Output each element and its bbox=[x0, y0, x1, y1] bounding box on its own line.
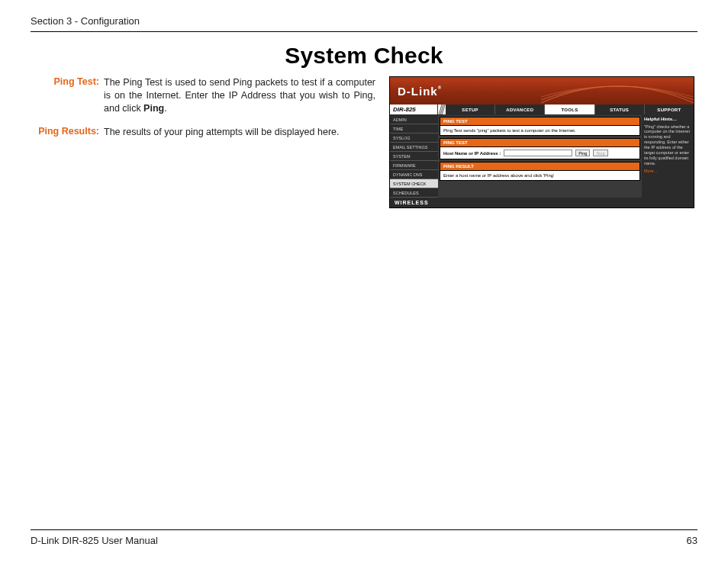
tab-status[interactable]: STATUS bbox=[595, 105, 645, 114]
svg-line-0 bbox=[439, 105, 442, 115]
panel-body-intro: Ping Test sends "ping" packets to test a… bbox=[440, 126, 640, 136]
ping-input-label: Host Name or IP Address : bbox=[443, 151, 501, 156]
def-term: Ping Test: bbox=[31, 76, 104, 115]
tab-advanced[interactable]: ADVANCED bbox=[495, 105, 545, 114]
model-nav-row: DIR-825 SETUP ADVANCED TOOLS STATUS SUPP… bbox=[390, 105, 694, 115]
router-screenshot: D-Link® DIR-825 SETUP ADVANCED TOOLS STA… bbox=[389, 76, 694, 208]
logo-letter: - bbox=[407, 85, 411, 98]
screenshot-body: ADMIN TIME SYSLOG EMAIL SETTINGS SYSTEM … bbox=[390, 115, 694, 198]
sidebar-item-email[interactable]: EMAIL SETTINGS bbox=[390, 143, 438, 152]
logo-letter: L bbox=[411, 85, 418, 98]
def-desc: The results of your ping attempts will b… bbox=[104, 126, 375, 139]
help-body: "Ping" checks whether a computer on the … bbox=[644, 124, 691, 166]
logo-letter: n bbox=[423, 85, 430, 98]
stripes-icon bbox=[438, 105, 446, 114]
sidebar-item-system[interactable]: SYSTEM bbox=[390, 152, 438, 161]
stop-button[interactable]: Stop bbox=[593, 150, 607, 156]
sidebar-item-systemcheck[interactable]: SYSTEM CHECK bbox=[390, 179, 438, 188]
tab-support[interactable]: SUPPORT bbox=[645, 105, 694, 114]
section-header: Section 3 - Configuration bbox=[31, 15, 697, 32]
svg-line-2 bbox=[442, 105, 445, 115]
dlink-logo: D-Link® bbox=[398, 85, 441, 98]
def-desc: The Ping Test is used to send Ping packe… bbox=[104, 76, 375, 115]
page-footer: D-Link DIR-825 User Manual 63 bbox=[31, 529, 697, 546]
panel-body-result: Enter a host name or IP address above an… bbox=[440, 171, 640, 181]
ping-button[interactable]: Ping bbox=[575, 150, 590, 156]
definition-ping-results: Ping Results: The results of your ping a… bbox=[31, 126, 375, 139]
def-text-post: . bbox=[164, 103, 166, 114]
banner: D-Link® bbox=[390, 77, 694, 105]
help-panel: Helpful Hints… "Ping" checks whether a c… bbox=[642, 115, 694, 198]
logo-letter: D bbox=[398, 85, 406, 98]
banner-curves-icon bbox=[541, 77, 694, 105]
sidebar-item-schedules[interactable]: SCHEDULES bbox=[390, 188, 438, 198]
ping-host-input[interactable] bbox=[504, 150, 572, 156]
panel-title-form: PING TEST bbox=[440, 138, 640, 147]
ping-input-row: Host Name or IP Address : Ping Stop bbox=[443, 150, 636, 156]
sidebar-item-time[interactable]: TIME bbox=[390, 124, 438, 134]
panel-body-form: Host Name or IP Address : Ping Stop bbox=[440, 147, 640, 159]
page-title: System Check bbox=[31, 43, 697, 69]
help-more-link[interactable]: More… bbox=[644, 169, 658, 174]
logo-letter: i bbox=[419, 85, 422, 98]
panel-title-intro: PING TEST bbox=[440, 117, 640, 126]
sidebar-item-syslog[interactable]: SYSLOG bbox=[390, 134, 438, 143]
sidebar-item-firmware[interactable]: FIRMWARE bbox=[390, 161, 438, 170]
help-title: Helpful Hints… bbox=[644, 117, 691, 123]
registered-icon: ® bbox=[438, 85, 441, 90]
sidebar-item-ddns[interactable]: DYNAMIC DNS bbox=[390, 170, 438, 179]
screenshot-main: PING TEST Ping Test sends "ping" packets… bbox=[438, 115, 642, 198]
definition-ping-test: Ping Test: The Ping Test is used to send… bbox=[31, 76, 375, 115]
side-nav: ADMIN TIME SYSLOG EMAIL SETTINGS SYSTEM … bbox=[390, 115, 438, 198]
model-label: DIR-825 bbox=[390, 105, 438, 114]
content-row: Ping Test: The Ping Test is used to send… bbox=[31, 76, 697, 208]
def-text-pre: The results of your ping attempts will b… bbox=[104, 127, 340, 137]
def-term: Ping Results: bbox=[31, 126, 104, 139]
tab-tools[interactable]: TOOLS bbox=[545, 105, 594, 114]
tab-setup[interactable]: SETUP bbox=[446, 105, 495, 114]
logo-letter: k bbox=[430, 85, 436, 98]
top-nav: SETUP ADVANCED TOOLS STATUS SUPPORT bbox=[446, 105, 694, 114]
footer-page: 63 bbox=[687, 535, 697, 546]
def-text-bold: Ping bbox=[143, 103, 164, 114]
definitions-block: Ping Test: The Ping Test is used to send… bbox=[31, 76, 375, 150]
footer-manual: D-Link DIR-825 User Manual bbox=[31, 535, 158, 546]
sidebar-item-admin[interactable]: ADMIN bbox=[390, 115, 438, 124]
screenshot-footer: WIRELESS bbox=[390, 198, 694, 208]
svg-line-1 bbox=[440, 105, 443, 115]
panel-title-result: PING RESULT bbox=[440, 162, 640, 171]
